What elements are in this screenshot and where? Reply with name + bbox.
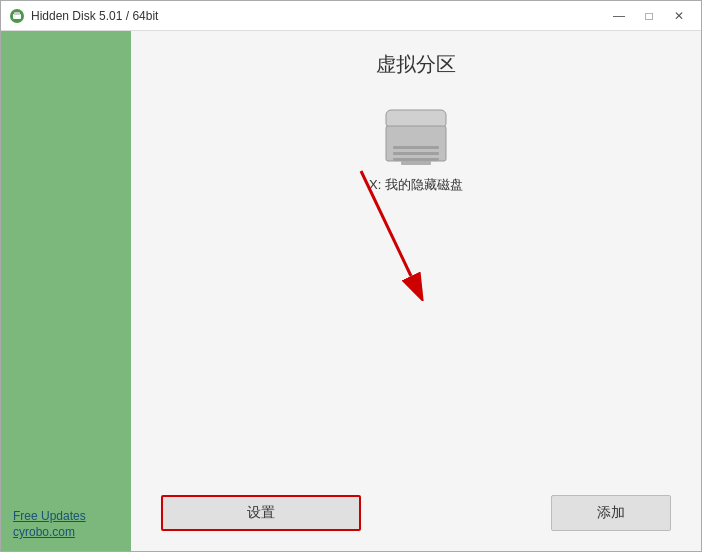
window-controls: — □ ✕ xyxy=(605,5,693,27)
svg-rect-6 xyxy=(393,152,439,155)
svg-rect-5 xyxy=(393,146,439,149)
add-button[interactable]: 添加 xyxy=(551,495,671,531)
main-layout: Free Updates cyrobo.com 虚拟分区 xyxy=(1,31,701,551)
close-button[interactable]: ✕ xyxy=(665,5,693,27)
page-title: 虚拟分区 xyxy=(161,51,671,78)
svg-rect-2 xyxy=(14,12,20,15)
svg-rect-3 xyxy=(386,110,446,128)
sidebar-links: Free Updates cyrobo.com xyxy=(13,509,119,539)
title-bar: Hidden Disk 5.01 / 64bit — □ ✕ xyxy=(1,1,701,31)
maximize-button[interactable]: □ xyxy=(635,5,663,27)
app-window: Hidden Disk 5.01 / 64bit — □ ✕ Free Upda… xyxy=(0,0,702,552)
setup-button[interactable]: 设置 xyxy=(161,495,361,531)
minimize-button[interactable]: — xyxy=(605,5,633,27)
window-title: Hidden Disk 5.01 / 64bit xyxy=(31,9,605,23)
cyrobo-link[interactable]: cyrobo.com xyxy=(13,525,119,539)
sidebar: Free Updates cyrobo.com xyxy=(1,31,131,551)
disk-icon xyxy=(381,108,451,168)
content-area: 虚拟分区 X: xyxy=(131,31,701,551)
arrow-icon xyxy=(331,161,481,301)
app-icon xyxy=(9,8,25,24)
svg-line-10 xyxy=(361,171,411,276)
free-updates-link[interactable]: Free Updates xyxy=(13,509,119,523)
svg-rect-4 xyxy=(386,126,446,161)
arrow-container xyxy=(331,161,481,301)
buttons-area: 设置 添加 xyxy=(161,495,671,531)
